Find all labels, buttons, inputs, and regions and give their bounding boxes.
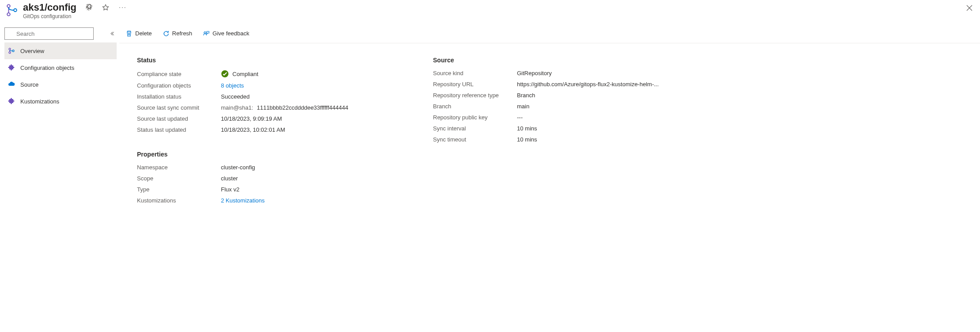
value-source-last-updated: 10/18/2023, 9:09:19 AM	[221, 115, 282, 122]
sidebar-item-label: Kustomizations	[20, 98, 59, 105]
label-source-kind: Source kind	[433, 70, 517, 76]
value-ref-type: Branch	[517, 92, 535, 99]
commit-hash: 1111bbbb22ccddddee33ffffff444444	[257, 104, 348, 111]
label-type: Type	[137, 186, 221, 193]
label-source-last-sync-commit: Source last sync commit	[137, 104, 221, 111]
label-source-last-updated: Source last updated	[137, 115, 221, 122]
section-title-status: Status	[137, 57, 424, 64]
feedback-button[interactable]: Give feedback	[201, 28, 251, 39]
close-icon[interactable]	[966, 4, 973, 11]
label-scope: Scope	[137, 175, 221, 182]
svg-point-5	[9, 52, 11, 53]
label-sync-timeout: Sync timeout	[433, 136, 517, 143]
link-config-objects[interactable]: 8 objects	[221, 82, 244, 89]
puzzle-icon	[8, 98, 15, 105]
svg-point-6	[12, 50, 14, 52]
value-install-status: Succeeded	[221, 93, 250, 100]
label-config-objects: Configuration objects	[137, 82, 221, 89]
link-kustomizations[interactable]: 2 Kustomizations	[221, 197, 265, 204]
sidebar-item-kustomizations[interactable]: Kustomizations	[4, 93, 117, 110]
label-pubkey: Repository public key	[433, 114, 517, 121]
feedback-icon	[203, 30, 210, 37]
sidebar-item-label: Overview	[20, 48, 44, 54]
label-sync-interval: Sync interval	[433, 125, 517, 132]
page-header: aks1/config ··· GitOps configuration	[0, 0, 980, 24]
label-compliance-state: Compliance state	[137, 71, 221, 77]
toolbar: Delete Refresh Give feedback	[119, 24, 980, 43]
sidebar-item-overview[interactable]: Overview	[4, 42, 117, 59]
value-sync-timeout: 10 mins	[517, 136, 537, 143]
svg-point-4	[9, 48, 11, 50]
refresh-icon	[163, 30, 170, 37]
toolbar-label: Refresh	[172, 30, 193, 37]
value-pubkey: ---	[517, 114, 523, 121]
page-subtitle: GitOps configuration	[23, 13, 126, 19]
svg-point-1	[7, 13, 10, 16]
label-repo-url: Repository URL	[433, 81, 517, 88]
commit-ref-prefix: main@sha1:	[221, 104, 253, 111]
label-ref-type: Repository reference type	[433, 92, 517, 99]
page-title: aks1/config	[23, 2, 76, 13]
sidebar-item-label: Source	[20, 81, 38, 88]
section-title-source: Source	[433, 57, 720, 64]
gitops-config-icon	[5, 4, 19, 17]
toolbar-label: Give feedback	[213, 30, 249, 37]
cloud-icon	[8, 81, 15, 88]
label-kustomizations: Kustomizations	[137, 197, 221, 204]
title-block: aks1/config ··· GitOps configuration	[23, 2, 126, 19]
value-namespace: cluster-config	[221, 164, 255, 171]
toolbar-label: Delete	[135, 30, 152, 37]
value-status-last-updated: 10/18/2023, 10:02:01 AM	[221, 126, 285, 133]
value-branch: main	[517, 103, 529, 110]
label-status-last-updated: Status last updated	[137, 126, 221, 133]
search-input[interactable]	[4, 27, 94, 40]
value-compliance-state: Compliant	[232, 71, 258, 77]
pin-icon[interactable]	[85, 4, 92, 11]
value-repo-url: https://github.com/Azure/gitops-flux2-ku…	[517, 81, 659, 88]
value-sync-interval: 10 mins	[517, 125, 537, 132]
content: Status Compliance state Compliant	[119, 43, 980, 208]
label-install-status: Installation status	[137, 93, 221, 100]
svg-point-7	[204, 31, 206, 33]
favorite-star-icon[interactable]	[102, 4, 109, 11]
label-namespace: Namespace	[137, 164, 221, 171]
gitops-icon	[8, 47, 15, 54]
sidebar-item-label: Configuration objects	[20, 65, 74, 71]
section-title-properties: Properties	[137, 151, 424, 158]
delete-button[interactable]: Delete	[124, 28, 154, 39]
sidebar-item-source[interactable]: Source	[4, 76, 117, 93]
value-scope: cluster	[221, 175, 238, 182]
main-panel: Delete Refresh Give feedback	[119, 24, 980, 332]
svg-point-2	[14, 9, 17, 12]
collapse-sidebar-icon[interactable]	[108, 29, 117, 38]
svg-point-0	[7, 4, 10, 8]
check-circle-icon	[221, 70, 229, 78]
value-type: Flux v2	[221, 186, 239, 193]
sidebar: Overview Configuration objects Source	[0, 24, 119, 332]
puzzle-icon	[8, 64, 15, 71]
more-actions-icon[interactable]: ···	[119, 4, 126, 11]
value-source-last-sync-commit: main@sha1:1111bbbb22ccddddee33ffffff4444…	[221, 104, 348, 111]
sidebar-item-configuration-objects[interactable]: Configuration objects	[4, 59, 117, 76]
label-branch: Branch	[433, 103, 517, 110]
refresh-button[interactable]: Refresh	[161, 28, 194, 39]
value-source-kind: GitRepository	[517, 70, 552, 76]
trash-icon	[125, 30, 133, 37]
